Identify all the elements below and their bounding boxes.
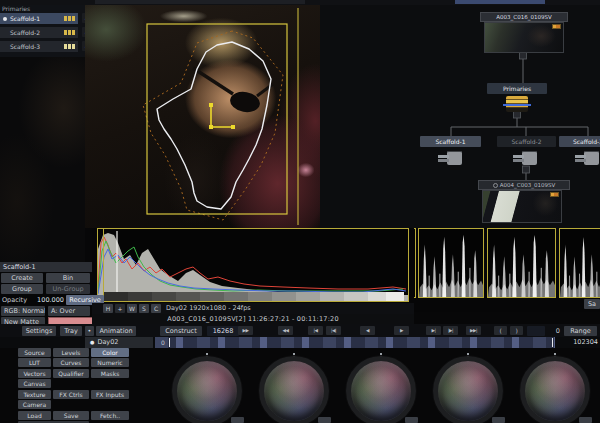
- menu-button-color[interactable]: Color: [91, 348, 129, 357]
- rewind-button[interactable]: ◀◀: [278, 326, 293, 335]
- menu-button-camera[interactable]: Camera: [18, 400, 51, 409]
- menu-button-vectors[interactable]: Vectors: [18, 369, 51, 378]
- roto-overlay: [85, 5, 320, 228]
- mode-plus-button[interactable]: +: [115, 304, 125, 313]
- color-wheel-4[interactable]: [433, 356, 503, 423]
- rgb-blend-mode-button[interactable]: RGB: Normal: [1, 306, 45, 316]
- go-to-start-button[interactable]: |◀: [308, 326, 323, 335]
- waveform-panel-1[interactable]: [418, 228, 484, 298]
- wheel-reset-button[interactable]: [318, 417, 331, 423]
- scaffold-2-node[interactable]: Scaffold-2: [497, 136, 556, 147]
- menu-button-numeric[interactable]: Numeric: [91, 358, 129, 367]
- layer-row-scaffold-1[interactable]: Scaffold-1: [0, 13, 78, 24]
- menu-button-levels[interactable]: Levels: [53, 348, 89, 357]
- tray-button[interactable]: Tray: [60, 326, 82, 336]
- alpha-blend-mode-button[interactable]: A: Over: [48, 306, 90, 316]
- playhead-tick[interactable]: [169, 338, 170, 347]
- play-button[interactable]: ▶: [394, 326, 409, 335]
- menu-button-qualifier[interactable]: Qualifier: [53, 369, 89, 378]
- menu-button-lut[interactable]: LUT: [18, 358, 51, 367]
- menu-button-source[interactable]: Source: [18, 348, 51, 357]
- waveform-panel-2[interactable]: [487, 228, 556, 298]
- settings-button[interactable]: Settings: [22, 326, 56, 336]
- current-frame-field[interactable]: 16268: [207, 326, 239, 336]
- color-wheel-5[interactable]: [520, 356, 590, 423]
- scaffold-1-node-icon[interactable]: [436, 150, 466, 167]
- create-button[interactable]: Create: [1, 273, 43, 283]
- color-wheel-1[interactable]: [172, 356, 242, 423]
- menu-button-save[interactable]: Save: [53, 411, 89, 420]
- color-wheel-2[interactable]: [259, 356, 329, 423]
- step-back-button[interactable]: ◀: [360, 326, 375, 335]
- mode-w-button[interactable]: W: [127, 304, 137, 313]
- range-button[interactable]: Range: [564, 326, 597, 336]
- layer-color-chip[interactable]: [64, 16, 75, 21]
- menu-button-canvas[interactable]: Canvas: [18, 379, 51, 388]
- go-to-end-button[interactable]: ▶▶|: [466, 326, 481, 335]
- gizmo-handle[interactable]: [231, 125, 235, 129]
- fast-forward-button[interactable]: ▶▶: [238, 326, 253, 335]
- flame-colour-ui: Primaries Scaffold-1 A Scaffold-2 A Scaf…: [0, 0, 600, 423]
- menu-button-masks[interactable]: Masks: [91, 369, 129, 378]
- histogram-frame[interactable]: [97, 228, 409, 302]
- image-viewer[interactable]: [85, 5, 320, 228]
- output-clip-node-header[interactable]: A004_C003_0109SV: [478, 180, 570, 190]
- group-button[interactable]: Group: [1, 284, 43, 294]
- scaffold-3-node-icon[interactable]: [573, 150, 600, 167]
- wheel-reset-button[interactable]: [492, 417, 505, 423]
- next-keyframe-button[interactable]: |▶|: [443, 326, 458, 335]
- wheel-reset-button[interactable]: [231, 417, 244, 423]
- source-clip-thumbnail[interactable]: [484, 22, 564, 53]
- primaries-node-icon[interactable]: [506, 96, 528, 112]
- mode-s-button[interactable]: S: [139, 304, 149, 313]
- menu-button-fx-ctrls[interactable]: FX Ctrls: [53, 390, 89, 399]
- clip-info-text: Day02 1920x1080 - 24fps: [166, 304, 251, 313]
- waveform-panel-partial[interactable]: [414, 228, 416, 298]
- node-graph[interactable]: A003_C016_0109SV Primaries Scaffold-1 Sc…: [320, 5, 600, 228]
- construct-button[interactable]: Construct: [160, 326, 202, 336]
- opacity-value[interactable]: 100.000: [30, 295, 64, 305]
- mode-c-button[interactable]: C: [151, 304, 161, 313]
- offset-field[interactable]: [527, 326, 545, 336]
- step-forward-button[interactable]: ▶|: [426, 326, 441, 335]
- primaries-node[interactable]: Primaries: [487, 83, 547, 94]
- layer-color-chip[interactable]: [64, 44, 75, 49]
- menu-button-texture[interactable]: Texture: [18, 390, 51, 399]
- loop-out-button[interactable]: ): [510, 326, 523, 335]
- previous-keyframe-button[interactable]: |◀|: [326, 326, 341, 335]
- track-name: Day02: [97, 338, 118, 346]
- save-button-partial[interactable]: Sa: [584, 299, 600, 309]
- scaffold-2-node-icon[interactable]: [511, 150, 541, 167]
- bin-button[interactable]: Bin: [46, 273, 90, 283]
- axis-gizmo[interactable]: [211, 105, 233, 127]
- ungroup-button[interactable]: Un-Group: [46, 284, 90, 294]
- gizmo-handle[interactable]: [209, 125, 213, 129]
- layer-row-scaffold-2[interactable]: Scaffold-2: [0, 27, 78, 38]
- wheel-reset-button[interactable]: [579, 417, 592, 423]
- top-strip-segment: [95, 0, 305, 4]
- gizmo-handle[interactable]: [209, 103, 213, 107]
- animation-button[interactable]: Animation: [96, 326, 136, 336]
- menu-button-fetch[interactable]: Fetch..: [91, 411, 129, 420]
- roto-bounding-box[interactable]: [147, 24, 287, 214]
- scaffold-3-node[interactable]: Scaffold-3: [559, 136, 600, 147]
- menu-button-fx-inputs[interactable]: FX Inputs: [91, 390, 129, 399]
- waveform-panel-3[interactable]: [559, 228, 600, 298]
- wheel-reset-button[interactable]: [405, 417, 418, 423]
- layer-row-scaffold-3[interactable]: Scaffold-3: [0, 41, 78, 52]
- loop-in-button[interactable]: (: [494, 326, 507, 335]
- output-clip-thumbnail[interactable]: [482, 190, 562, 223]
- layer-label: Scaffold-1: [10, 15, 40, 22]
- timeline-strip[interactable]: 0: [155, 337, 555, 348]
- layer-color-chip[interactable]: [64, 30, 75, 35]
- timeline-track-row: ●Day02 0 102304: [0, 337, 600, 348]
- tray-dot-button[interactable]: •: [85, 326, 94, 336]
- track-label[interactable]: ●Day02: [85, 337, 153, 348]
- roto-spline[interactable]: [157, 42, 271, 209]
- menu-button-curves[interactable]: Curves: [53, 358, 89, 367]
- mode-h-button[interactable]: H: [103, 304, 113, 313]
- color-wheel-3[interactable]: [346, 356, 416, 423]
- source-clip-node-header[interactable]: A003_C016_0109SV: [480, 12, 568, 22]
- menu-button-load[interactable]: Load: [18, 411, 51, 420]
- scaffold-1-node[interactable]: Scaffold-1: [420, 136, 481, 147]
